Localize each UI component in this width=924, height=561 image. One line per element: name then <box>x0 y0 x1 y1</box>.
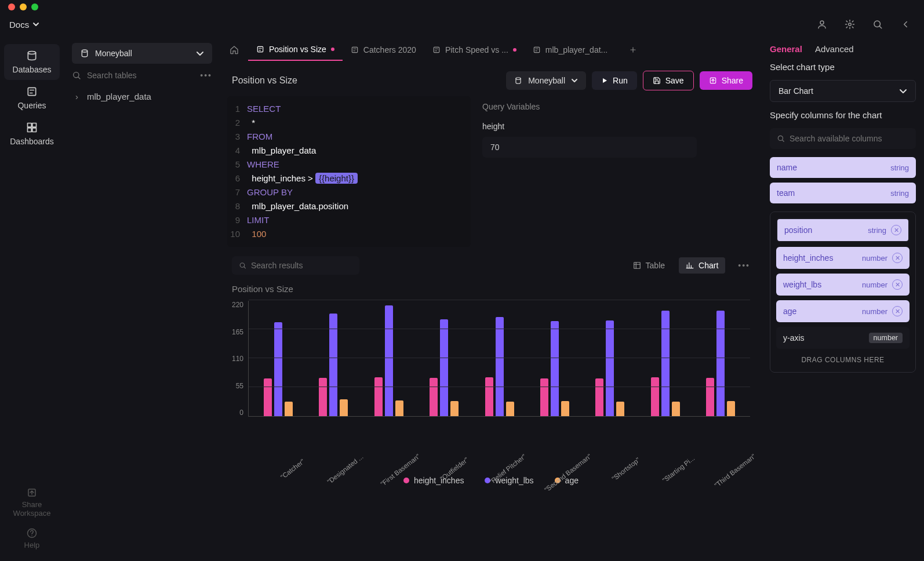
bar-group <box>254 322 301 416</box>
remove-column-icon[interactable]: ✕ <box>892 279 903 290</box>
chart-title: Position vs Size <box>232 284 750 294</box>
workspace-dropdown[interactable]: Docs <box>9 20 39 30</box>
config-tab-general[interactable]: General <box>770 44 802 54</box>
sql-editor[interactable]: 1SELECT2 *3FROM4 mlb_player_data5WHERE6 … <box>227 96 471 247</box>
editor-tab[interactable]: Pitch Speed vs ... <box>424 39 525 61</box>
query-icon <box>26 86 38 97</box>
config-tab-advanced[interactable]: Advanced <box>815 44 854 54</box>
results-search-input[interactable] <box>251 261 352 270</box>
user-icon[interactable] <box>813 15 831 34</box>
variable-input[interactable] <box>482 137 697 158</box>
database-selector[interactable]: Moneyball <box>72 43 212 64</box>
variable-name: height <box>482 122 750 131</box>
nav-databases[interactable]: Databases <box>4 44 60 80</box>
svg-rect-20 <box>634 263 640 269</box>
svg-point-0 <box>820 21 824 24</box>
table-icon <box>633 261 641 269</box>
drag-columns-hint: DRAG COLUMNS HERE <box>776 354 910 366</box>
minimize-window-button[interactable] <box>20 3 27 10</box>
query-title: Position vs Size <box>232 75 297 86</box>
selected-column-chip[interactable]: height_inchesnumber✕ <box>776 247 910 269</box>
share-workspace-button[interactable]: Share Workspace <box>13 487 51 518</box>
close-window-button[interactable] <box>8 3 15 10</box>
chevron-down-icon <box>571 77 578 84</box>
dirty-indicator-icon <box>513 48 516 52</box>
caret-right-icon: › <box>75 92 82 101</box>
remove-column-icon[interactable]: ✕ <box>892 253 903 263</box>
share-button[interactable]: Share <box>700 71 752 90</box>
remove-column-icon[interactable]: ✕ <box>892 306 903 316</box>
legend-item: height_inches <box>403 476 464 485</box>
query-icon <box>351 46 359 54</box>
editor-tab[interactable]: Catchers 2020 <box>343 39 424 61</box>
nav-queries[interactable]: Queries <box>4 80 60 116</box>
nav-dashboards[interactable]: Dashboards <box>4 116 60 152</box>
svg-rect-15 <box>434 47 439 52</box>
table-tree-item[interactable]: › mlb_player_data <box>64 88 220 105</box>
database-icon <box>514 76 522 85</box>
chart-view-button[interactable]: Chart <box>679 257 725 274</box>
bar-group <box>476 317 523 416</box>
specify-columns-label: Specify columns for the chart <box>770 110 916 120</box>
maximize-window-button[interactable] <box>31 3 38 10</box>
chart-type-select[interactable]: Bar Chart <box>770 80 916 102</box>
available-column-chip[interactable]: teamstring <box>770 183 916 203</box>
chart-y-axis: 220165110550 <box>232 301 248 417</box>
search-icon[interactable] <box>868 15 887 34</box>
selected-column-chip[interactable]: positionstring✕ <box>776 218 910 242</box>
share-icon <box>27 487 37 498</box>
toolbar-db-selector[interactable]: Moneyball <box>506 71 586 90</box>
left-rail: Databases Queries Dashboards Share Works… <box>0 35 64 561</box>
help-icon <box>27 528 37 538</box>
selected-column-chip[interactable]: weight_lbsnumber✕ <box>776 274 910 296</box>
tables-more-icon[interactable]: ••• <box>200 71 212 80</box>
query-variables-panel: Query Variables height <box>471 96 762 247</box>
query-toolbar: Position vs Size Moneyball Run Save <box>220 65 762 96</box>
search-icon <box>239 261 246 269</box>
results-search <box>232 256 359 275</box>
table-view-button[interactable]: Table <box>626 257 672 274</box>
search-icon <box>72 71 81 80</box>
home-icon <box>230 45 239 54</box>
bar-group <box>642 311 689 416</box>
svg-rect-5 <box>28 123 32 128</box>
bar-group <box>697 311 744 416</box>
query-icon <box>533 46 541 54</box>
svg-point-1 <box>849 23 852 26</box>
gear-icon[interactable] <box>841 15 859 34</box>
search-tables-row: ••• <box>72 71 212 80</box>
dashboard-icon <box>26 122 38 133</box>
run-button[interactable]: Run <box>592 71 637 90</box>
chevron-down-icon <box>899 87 907 95</box>
workspace-label: Docs <box>9 20 29 30</box>
available-column-chip[interactable]: namestring <box>770 157 916 178</box>
query-icon <box>432 46 441 54</box>
remove-column-icon[interactable]: ✕ <box>891 225 901 235</box>
bar-group <box>365 305 412 416</box>
results-toolbar: Table Chart ••• <box>220 247 762 284</box>
bar-group <box>587 320 634 416</box>
save-icon <box>653 76 661 85</box>
y-axis-slot[interactable]: y-axis number <box>776 327 910 349</box>
results-more-icon[interactable]: ••• <box>738 261 750 270</box>
tabs-row: Position vs SizeCatchers 2020Pitch Speed… <box>220 35 762 65</box>
editor-tab[interactable]: mlb_player_dat... <box>525 39 616 61</box>
database-icon <box>26 50 38 61</box>
save-button[interactable]: Save <box>643 71 694 90</box>
home-button[interactable] <box>225 41 243 59</box>
editor-tab[interactable]: Position vs Size <box>248 39 343 61</box>
chart-config-panel: General Advanced Select chart type Bar C… <box>762 35 924 561</box>
columns-search[interactable]: Search available columns <box>770 128 916 149</box>
help-button[interactable]: Help <box>24 528 40 549</box>
query-variables-title: Query Variables <box>482 102 750 111</box>
dirty-indicator-icon <box>331 48 334 51</box>
chevron-down-icon <box>32 21 39 28</box>
config-tabs: General Advanced <box>770 44 916 54</box>
window-titlebar <box>0 0 924 14</box>
svg-rect-16 <box>534 47 539 52</box>
search-tables-input[interactable] <box>87 71 194 80</box>
collapse-left-icon[interactable] <box>896 15 915 34</box>
chart-container: Position vs Size 220165110550 "Catcher""… <box>220 284 762 491</box>
selected-column-chip[interactable]: agenumber✕ <box>776 300 910 322</box>
new-tab-button[interactable] <box>625 42 641 58</box>
